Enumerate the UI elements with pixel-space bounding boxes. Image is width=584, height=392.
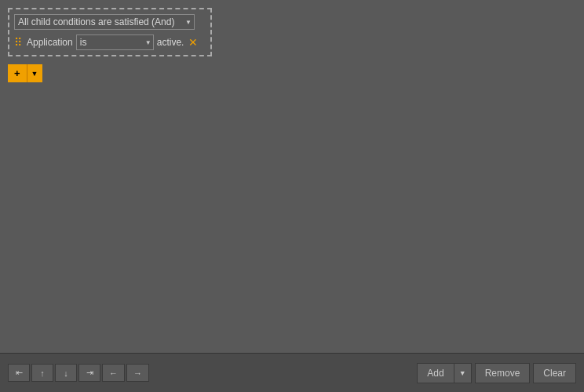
bottom-bar: ⇤ ↑ ↓ ⇥ ← → Add ▼ Remove Clear — [0, 353, 584, 392]
nav-last-button[interactable]: ⇥ — [78, 364, 100, 382]
operator-select[interactable]: is is not contains does not contain — [76, 34, 154, 50]
operator-select-wrapper: is is not contains does not contain — [76, 34, 154, 50]
nav-right-button[interactable]: → — [126, 364, 149, 382]
nav-down-button[interactable]: ↓ — [55, 364, 77, 382]
condition-row: ⠿ Application is is not contains does no… — [14, 34, 206, 50]
condition-field-label: Application — [27, 37, 73, 48]
add-condition-row: + ▼ — [8, 64, 576, 82]
main-area: All child conditions are satisfied (And)… — [0, 0, 584, 353]
nav-left-button[interactable]: ← — [102, 364, 125, 382]
add-button-container: Add ▼ — [417, 363, 471, 383]
navigation-buttons: ⇤ ↑ ↓ ⇥ ← → — [8, 364, 149, 382]
nav-up-button[interactable]: ↑ — [31, 364, 53, 382]
condition-select-row: All child conditions are satisfied (And)… — [14, 14, 206, 30]
add-condition-dropdown-button[interactable]: ▼ — [27, 64, 42, 82]
condition-type-wrapper: All child conditions are satisfied (And)… — [14, 14, 195, 30]
nav-first-button[interactable]: ⇤ — [8, 364, 30, 382]
add-dropdown-button[interactable]: ▼ — [454, 363, 472, 383]
add-condition-button[interactable]: + — [8, 64, 27, 82]
drag-handle-icon: ⠿ — [14, 36, 22, 49]
add-button[interactable]: Add — [417, 363, 454, 383]
remove-condition-button[interactable]: ✕ — [187, 37, 199, 48]
condition-value-label: active. — [157, 37, 184, 48]
condition-type-select[interactable]: All child conditions are satisfied (And)… — [14, 14, 195, 30]
clear-button[interactable]: Clear — [533, 363, 576, 383]
add-split-container: + ▼ — [8, 64, 42, 82]
action-buttons: Add ▼ Remove Clear — [417, 363, 576, 383]
condition-group: All child conditions are satisfied (And)… — [8, 8, 212, 56]
remove-button[interactable]: Remove — [475, 363, 531, 383]
